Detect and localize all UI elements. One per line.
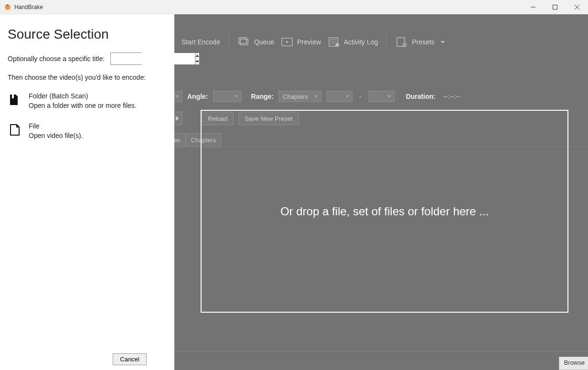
close-button[interactable] bbox=[566, 0, 588, 14]
range-start-select[interactable] bbox=[326, 91, 353, 102]
panel-instruction: Then choose the video(s) you'd like to e… bbox=[8, 74, 166, 81]
angle-select[interactable] bbox=[213, 91, 242, 102]
presets-label: Presets bbox=[412, 38, 434, 46]
preview-button[interactable]: Preview bbox=[281, 37, 321, 47]
drop-zone-text: Or drop a file, set of files or folder h… bbox=[280, 205, 489, 218]
start-encode-label: Start Encode bbox=[182, 38, 220, 46]
toolbar-separator bbox=[386, 32, 387, 52]
range-end-select[interactable] bbox=[368, 91, 395, 102]
duration-label: Duration: bbox=[406, 93, 436, 100]
svg-rect-13 bbox=[397, 38, 405, 46]
angle-label: Angle: bbox=[187, 93, 208, 100]
drop-zone[interactable]: Or drop a file, set of files or folder h… bbox=[201, 110, 568, 313]
svg-rect-2 bbox=[553, 5, 557, 9]
title-spinner-input[interactable] bbox=[111, 53, 195, 64]
minimize-button[interactable] bbox=[522, 0, 544, 14]
titlebar: HandBrake bbox=[0, 0, 588, 14]
range-type-select[interactable]: Chapters bbox=[278, 91, 321, 102]
title-spinner[interactable] bbox=[110, 53, 142, 65]
cancel-label: Cancel bbox=[120, 356, 139, 363]
cancel-button[interactable]: Cancel bbox=[113, 353, 146, 365]
activity-log-button[interactable]: Activity Log bbox=[328, 37, 378, 47]
specific-title-label: Optionally choose a specific title: bbox=[8, 55, 105, 63]
maximize-button[interactable] bbox=[544, 0, 566, 14]
activity-log-label: Activity Log bbox=[344, 38, 378, 46]
queue-label: Queue bbox=[254, 38, 274, 46]
browse-label: Browse bbox=[564, 359, 585, 366]
file-icon bbox=[8, 123, 22, 137]
source-selection-panel: Source Selection Optionally choose a spe… bbox=[0, 14, 174, 370]
presets-button[interactable]: Presets bbox=[396, 37, 445, 47]
source-file-option[interactable]: File Open video file(s). bbox=[8, 121, 166, 141]
source-folder-option[interactable]: Folder (Batch Scan) Open a folder with o… bbox=[8, 91, 166, 111]
panel-heading: Source Selection bbox=[8, 27, 166, 42]
range-type-value: Chapters bbox=[283, 93, 308, 100]
source-folder-title: Folder (Batch Scan) bbox=[29, 92, 137, 101]
source-file-subtitle: Open video file(s). bbox=[29, 131, 83, 141]
activity-log-icon bbox=[328, 37, 340, 47]
range-separator: - bbox=[357, 93, 363, 100]
spinner-up-button[interactable] bbox=[195, 53, 199, 59]
range-label: Range: bbox=[251, 93, 274, 100]
folder-icon bbox=[8, 93, 22, 107]
source-folder-subtitle: Open a folder with one or more files. bbox=[29, 101, 137, 111]
presets-icon bbox=[396, 37, 408, 47]
queue-button[interactable]: Queue bbox=[238, 37, 274, 47]
spinner-down-button[interactable] bbox=[195, 59, 199, 64]
start-encode-button[interactable]: Start Encode bbox=[182, 38, 220, 46]
toolbar-separator bbox=[229, 32, 229, 52]
app-icon bbox=[4, 3, 11, 11]
preview-label: Preview bbox=[297, 38, 321, 46]
browse-button[interactable]: Browse bbox=[559, 357, 588, 370]
preview-icon bbox=[281, 37, 293, 47]
queue-icon bbox=[238, 37, 250, 47]
chevron-down-icon bbox=[440, 41, 445, 43]
svg-point-12 bbox=[335, 43, 339, 47]
source-file-title: File bbox=[29, 122, 83, 131]
window-title: HandBrake bbox=[14, 4, 43, 11]
duration-value: --:--:-- bbox=[443, 93, 460, 100]
svg-rect-15 bbox=[12, 95, 14, 98]
